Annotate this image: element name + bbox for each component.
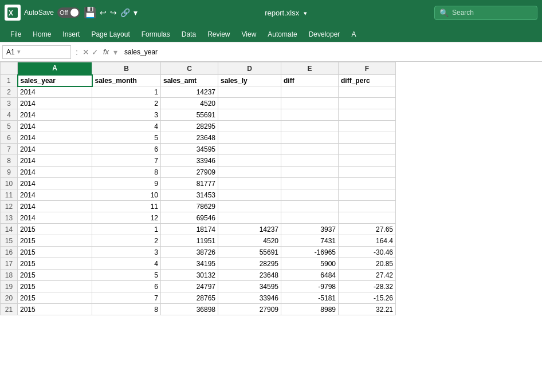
cell-B8[interactable]: 7 bbox=[92, 155, 161, 167]
cell-A15[interactable]: 2015 bbox=[18, 235, 92, 247]
name-box-dropdown[interactable]: ▾ bbox=[17, 48, 21, 56]
tab-home[interactable]: Home bbox=[27, 27, 57, 42]
cell-B10[interactable]: 9 bbox=[92, 178, 161, 189]
redo-icon[interactable]: ↪ bbox=[110, 8, 117, 17]
cell-A1[interactable]: sales_year bbox=[18, 75, 92, 86]
cell-A20[interactable]: 2015 bbox=[18, 292, 92, 304]
cell-C8[interactable]: 33946 bbox=[161, 155, 218, 167]
cell-A16[interactable]: 2015 bbox=[18, 247, 92, 258]
cell-E7[interactable] bbox=[281, 144, 339, 155]
cell-E12[interactable] bbox=[281, 201, 339, 212]
cell-D6[interactable] bbox=[218, 132, 281, 144]
cell-E2[interactable] bbox=[281, 86, 339, 98]
cell-reference-box[interactable]: A1 ▾ bbox=[2, 45, 71, 59]
cell-C12[interactable]: 78629 bbox=[161, 201, 218, 212]
dropdown-icon[interactable]: ▾ bbox=[133, 8, 138, 17]
cell-E17[interactable]: 5900 bbox=[281, 258, 339, 270]
cell-D20[interactable]: 33946 bbox=[218, 292, 281, 304]
cell-A10[interactable]: 2014 bbox=[18, 178, 92, 189]
cell-D17[interactable]: 28295 bbox=[218, 258, 281, 270]
cell-D4[interactable] bbox=[218, 109, 281, 121]
cell-A12[interactable]: 2014 bbox=[18, 201, 92, 212]
save-icon[interactable]: 💾 bbox=[84, 6, 96, 19]
cell-D13[interactable] bbox=[218, 212, 281, 224]
cell-A3[interactable]: 2014 bbox=[18, 98, 92, 109]
cell-A7[interactable]: 2014 bbox=[18, 144, 92, 155]
row-number[interactable]: 8 bbox=[1, 155, 18, 167]
col-header-D[interactable]: D bbox=[218, 62, 281, 75]
row-number[interactable]: 20 bbox=[1, 292, 18, 304]
cell-C11[interactable]: 31453 bbox=[161, 189, 218, 201]
cell-D15[interactable]: 4520 bbox=[218, 235, 281, 247]
cell-F4[interactable] bbox=[339, 109, 396, 121]
cell-A5[interactable]: 2014 bbox=[18, 121, 92, 132]
cell-A2[interactable]: 2014 bbox=[18, 86, 92, 98]
cell-B2[interactable]: 1 bbox=[92, 86, 161, 98]
cell-D1[interactable]: sales_ly bbox=[218, 75, 281, 86]
col-header-E[interactable]: E bbox=[281, 62, 339, 75]
row-number[interactable]: 13 bbox=[1, 212, 18, 224]
cell-E18[interactable]: 6484 bbox=[281, 270, 339, 281]
row-number[interactable]: 9 bbox=[1, 167, 18, 178]
formula-chevron[interactable]: ▾ bbox=[113, 47, 117, 57]
cell-B14[interactable]: 1 bbox=[92, 224, 161, 235]
cell-A17[interactable]: 2015 bbox=[18, 258, 92, 270]
tab-automate[interactable]: Automate bbox=[262, 27, 303, 42]
cell-F15[interactable]: 164.4 bbox=[339, 235, 396, 247]
cell-C3[interactable]: 4520 bbox=[161, 98, 218, 109]
row-number[interactable]: 18 bbox=[1, 270, 18, 281]
tab-data[interactable]: Data bbox=[176, 27, 202, 42]
cell-F8[interactable] bbox=[339, 155, 396, 167]
title-dropdown-icon[interactable]: ▾ bbox=[304, 10, 307, 17]
cell-C14[interactable]: 18174 bbox=[161, 224, 218, 235]
col-header-A[interactable]: A bbox=[18, 62, 92, 75]
undo-icon[interactable]: ↩ bbox=[100, 8, 107, 17]
row-number[interactable]: 11 bbox=[1, 189, 18, 201]
cell-C5[interactable]: 28295 bbox=[161, 121, 218, 132]
cell-F7[interactable] bbox=[339, 144, 396, 155]
cell-E14[interactable]: 3937 bbox=[281, 224, 339, 235]
cell-F20[interactable]: -15.26 bbox=[339, 292, 396, 304]
row-number[interactable]: 4 bbox=[1, 109, 18, 121]
cell-B19[interactable]: 6 bbox=[92, 281, 161, 292]
cell-C18[interactable]: 30132 bbox=[161, 270, 218, 281]
cell-F17[interactable]: 20.85 bbox=[339, 258, 396, 270]
tab-formulas[interactable]: Formulas bbox=[136, 27, 176, 42]
row-number[interactable]: 21 bbox=[1, 304, 18, 315]
cell-B18[interactable]: 5 bbox=[92, 270, 161, 281]
cell-B4[interactable]: 3 bbox=[92, 109, 161, 121]
row-number[interactable]: 5 bbox=[1, 121, 18, 132]
cell-F19[interactable]: -28.32 bbox=[339, 281, 396, 292]
cell-D14[interactable]: 14237 bbox=[218, 224, 281, 235]
cell-A11[interactable]: 2014 bbox=[18, 189, 92, 201]
cell-E20[interactable]: -5181 bbox=[281, 292, 339, 304]
row-number[interactable]: 19 bbox=[1, 281, 18, 292]
cell-D3[interactable] bbox=[218, 98, 281, 109]
cell-C16[interactable]: 38726 bbox=[161, 247, 218, 258]
cell-F18[interactable]: 27.42 bbox=[339, 270, 396, 281]
cell-C9[interactable]: 27909 bbox=[161, 167, 218, 178]
cell-A13[interactable]: 2014 bbox=[18, 212, 92, 224]
col-header-B[interactable]: B bbox=[92, 62, 161, 75]
cell-C10[interactable]: 81777 bbox=[161, 178, 218, 189]
cell-D18[interactable]: 23648 bbox=[218, 270, 281, 281]
cell-C13[interactable]: 69546 bbox=[161, 212, 218, 224]
cell-C20[interactable]: 28765 bbox=[161, 292, 218, 304]
cell-E10[interactable] bbox=[281, 178, 339, 189]
tab-extra[interactable]: A bbox=[345, 27, 362, 42]
cell-D5[interactable] bbox=[218, 121, 281, 132]
cell-A21[interactable]: 2015 bbox=[18, 304, 92, 315]
cell-E6[interactable] bbox=[281, 132, 339, 144]
cell-D19[interactable]: 34595 bbox=[218, 281, 281, 292]
cell-D10[interactable] bbox=[218, 178, 281, 189]
cell-A4[interactable]: 2014 bbox=[18, 109, 92, 121]
cell-E21[interactable]: 8989 bbox=[281, 304, 339, 315]
cell-D12[interactable] bbox=[218, 201, 281, 212]
cell-A19[interactable]: 2015 bbox=[18, 281, 92, 292]
cell-D16[interactable]: 55691 bbox=[218, 247, 281, 258]
row-number[interactable]: 10 bbox=[1, 178, 18, 189]
cell-F11[interactable] bbox=[339, 189, 396, 201]
autosave-toggle[interactable]: Off bbox=[57, 7, 80, 18]
cell-F5[interactable] bbox=[339, 121, 396, 132]
sheet-table-wrapper[interactable]: A B C D E F 1sales_yearsales_monthsales_… bbox=[0, 62, 542, 392]
